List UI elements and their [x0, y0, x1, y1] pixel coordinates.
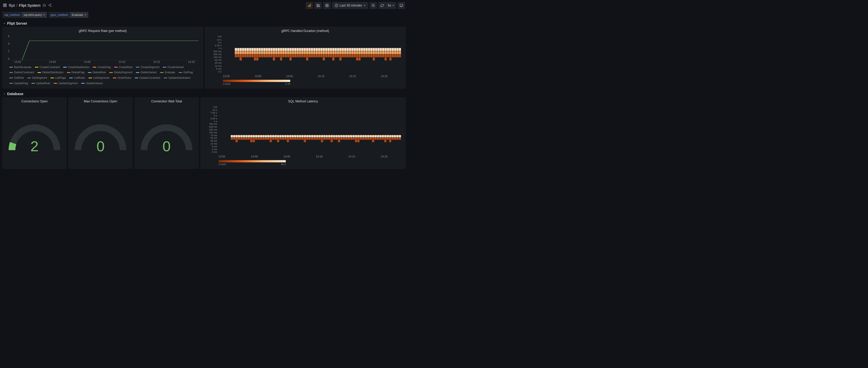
settings-button[interactable] — [323, 2, 331, 9]
legend-item[interactable]: ListSegments — [89, 76, 110, 79]
chart-legend: BatchEvaluateCreateConstraintCreateDistr… — [4, 64, 201, 87]
panel-grpc-request-rate[interactable]: gRPC Request Rate (per method) 6420 13:5… — [2, 27, 203, 88]
panel-title: SQL Method Latency — [200, 98, 405, 104]
legend-item[interactable]: CreateRule — [114, 66, 132, 69]
panel-title: Connections Open — [3, 98, 66, 104]
y-axis: 6420 — [6, 35, 9, 61]
legend-item[interactable]: CreateVariant — [163, 66, 184, 69]
panel-grpc-duration[interactable]: gRPC Handled Duration (method) +Inf10 s5… — [205, 27, 406, 88]
breadcrumb-title[interactable]: Flipt System — [19, 3, 40, 7]
x-axis: 13:5514:0014:0514:1014:1514:20 — [203, 154, 404, 159]
legend-item[interactable]: DeleteVariant — [136, 71, 157, 74]
y-axis: +Inf10 s5 s2.50 s1 s500 ms250 ms100 ms50… — [210, 35, 223, 73]
tv-mode-button[interactable] — [398, 2, 405, 9]
y-axis: +Inf10 s7.50 s5 s2.50 s1 s750 ms500 ms25… — [205, 106, 219, 154]
svg-line-8 — [50, 5, 51, 6]
svg-point-5 — [50, 4, 51, 5]
refresh-picker[interactable]: 5s — [378, 2, 396, 9]
svg-rect-12 — [310, 4, 311, 7]
heatmap-cells — [219, 106, 401, 154]
svg-rect-3 — [5, 5, 6, 6]
svg-point-6 — [49, 5, 50, 6]
svg-rect-20 — [400, 4, 403, 6]
legend-item[interactable]: DeleteConstraint — [9, 71, 34, 74]
svg-marker-4 — [43, 4, 46, 6]
svg-rect-11 — [309, 5, 310, 7]
svg-point-15 — [327, 5, 327, 6]
legend-item[interactable]: UpdateConstraint — [135, 76, 160, 79]
variable-grpc-method[interactable]: grpc_method Evaluate — [49, 12, 89, 18]
x-axis: 13:5514:0014:0514:1014:1514:20 — [11, 61, 198, 64]
panel-connection-wait-total[interactable]: Connection Wait Total 0 — [134, 97, 198, 169]
legend-item[interactable]: DeleteFlag — [67, 71, 85, 74]
svg-rect-10 — [308, 5, 309, 6]
legend-item[interactable]: DeleteDistribution — [37, 71, 63, 74]
panel-title: Connection Wait Total — [134, 98, 198, 104]
add-panel-button[interactable] — [306, 2, 313, 9]
legend-item[interactable]: GetSegment — [27, 76, 47, 79]
variable-sql-method[interactable]: sql_method sql.stmt.query — [2, 12, 47, 18]
gauge-value: 2 — [6, 138, 62, 155]
apps-icon[interactable] — [3, 3, 7, 7]
legend-item[interactable]: CreateConstraint — [35, 66, 60, 69]
legend-item[interactable]: DeleteSegment — [109, 71, 132, 74]
panel-sql-latency[interactable]: SQL Method Latency +Inf10 s7.50 s5 s2.50… — [200, 97, 406, 169]
legend-item[interactable]: UpdateDistribution — [164, 76, 190, 79]
gauge: 2 — [6, 122, 62, 153]
heatmap-legend: 0.0222 20.0 — [203, 159, 404, 167]
star-icon[interactable] — [42, 3, 46, 7]
legend-item[interactable]: UpdateRule — [31, 81, 50, 85]
panel-max-connections-open[interactable]: Max Connections Open 0 — [68, 97, 132, 169]
legend-item[interactable]: DeleteRule — [88, 71, 106, 74]
panel-title: Max Connections Open — [69, 98, 132, 104]
legend-item[interactable]: GetFlag — [179, 71, 193, 74]
refresh-button[interactable] — [378, 2, 386, 8]
heatmap-cells — [223, 35, 401, 73]
gauge: 0 — [138, 122, 195, 153]
svg-rect-0 — [3, 4, 4, 5]
legend-item[interactable]: UpdateFlag — [9, 81, 28, 85]
panel-title: gRPC Handled Duration (method) — [205, 27, 405, 34]
breadcrumb-folder[interactable]: flipt — [9, 3, 15, 7]
legend-item[interactable]: CreateDistribution — [63, 66, 90, 69]
gauge: 0 — [72, 122, 128, 153]
chart-plot — [11, 35, 198, 61]
svg-rect-2 — [3, 5, 4, 6]
time-range-picker[interactable]: Last 30 minutes — [332, 2, 368, 9]
legend-item[interactable]: UpdateVariant — [81, 81, 103, 85]
heatmap-legend: 0.0222 2.78 — [207, 79, 404, 86]
legend-item[interactable]: ListFlags — [51, 76, 66, 79]
panel-connections-open[interactable]: Connections Open 2 — [2, 97, 66, 169]
chevron-down-icon — [84, 14, 86, 15]
legend-item[interactable]: UpdateSegment — [54, 81, 78, 85]
chevron-down-icon — [364, 5, 366, 6]
row-header-database[interactable]: Database — [0, 91, 408, 97]
legend-item[interactable]: CreateFlag — [93, 66, 111, 69]
gauge-value: 0 — [72, 138, 128, 155]
breadcrumb: flipt / Flipt System — [9, 3, 40, 7]
svg-point-7 — [50, 6, 51, 7]
legend-item[interactable]: CreateSegment — [136, 66, 159, 69]
gauge-value: 0 — [138, 138, 195, 155]
refresh-interval[interactable]: 5s — [386, 2, 396, 9]
svg-line-9 — [50, 4, 51, 5]
chevron-down-icon — [43, 14, 45, 15]
legend-item[interactable]: ListRules — [69, 76, 85, 79]
zoom-out-button[interactable] — [369, 2, 377, 9]
panel-title: gRPC Request Rate (per method) — [3, 27, 203, 34]
legend-item[interactable]: GetRule — [9, 76, 24, 79]
x-axis: 13:5514:0014:0514:1014:1514:20 — [207, 73, 404, 79]
legend-item[interactable]: OrderRules — [113, 76, 131, 79]
save-button[interactable] — [315, 2, 322, 9]
share-icon[interactable] — [48, 3, 52, 7]
legend-item[interactable]: Evaluate — [160, 71, 175, 74]
chevron-down-icon — [392, 5, 394, 6]
svg-rect-1 — [5, 4, 6, 5]
legend-item[interactable]: BatchEvaluate — [9, 66, 31, 69]
row-header-server[interactable]: Flipt Server — [0, 20, 408, 27]
svg-line-18 — [374, 6, 374, 6]
